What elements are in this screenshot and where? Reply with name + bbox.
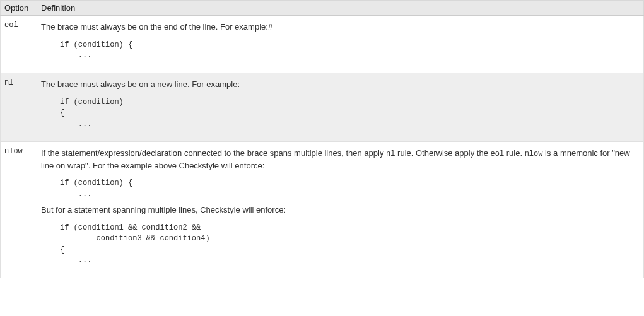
code-example: if (condition) { ... (60, 40, 640, 62)
code-example: if (condition) { ... (60, 97, 640, 130)
options-table: Option Definition eol The brace must alw… (0, 0, 644, 278)
table-header-row: Option Definition (1, 1, 644, 16)
table-row: nlow If the statement/expression/declara… (1, 141, 644, 278)
col-header-definition: Definition (37, 1, 644, 16)
code-example: if (condition) { ... (60, 178, 640, 200)
definition-cell: The brace must always be on a new line. … (37, 73, 644, 142)
option-cell: nl (1, 73, 37, 142)
code-example: if (condition1 && condition2 && conditio… (60, 223, 640, 267)
option-cell: eol (1, 16, 37, 73)
description-text: If the statement/expression/declaration … (41, 147, 640, 172)
description-text: The brace must always be on a new line. … (41, 78, 640, 91)
option-cell: nlow (1, 141, 37, 278)
table-row: nl The brace must always be on a new lin… (1, 73, 644, 142)
inline-code: nlow (525, 149, 543, 158)
description-text: But for a statement spanning multiple li… (41, 204, 640, 216)
definition-cell: If the statement/expression/declaration … (37, 141, 644, 278)
inline-code: eol (491, 149, 505, 158)
anchor-link[interactable]: # (268, 22, 272, 32)
table-row: eol The brace must always be on the end … (1, 16, 644, 73)
inline-code: nl (386, 149, 395, 158)
col-header-option: Option (1, 1, 37, 16)
description-text: The brace must always be on the end of t… (41, 21, 640, 33)
definition-cell: The brace must always be on the end of t… (37, 16, 644, 73)
